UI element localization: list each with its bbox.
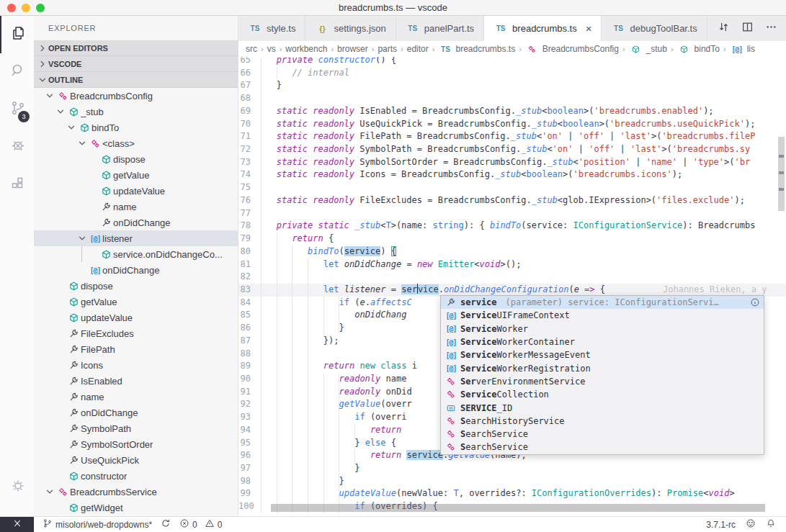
suggest-item-serviceworkerregistration[interactable]: [@]ServiceWorkerRegistration xyxy=(441,361,764,374)
suggest-item-searchservice[interactable]: SearchService xyxy=(441,428,764,441)
section-header-outline[interactable]: OUTLINE xyxy=(34,72,238,88)
outline-item-symbolsortorder[interactable]: SymbolSortOrder xyxy=(34,436,238,452)
problems-status[interactable]: 0 0 xyxy=(179,518,222,531)
breadcrumb-item-breadcrumbs-ts[interactable]: TSbreadcrumbs.ts xyxy=(438,44,515,54)
breadcrumb-item-lis[interactable]: [@]lis xyxy=(730,44,755,54)
close-icon[interactable]: × xyxy=(586,22,592,35)
suggest-item-searchhistoryservice[interactable]: SearchHistoryService xyxy=(441,415,764,428)
chevron-down-icon[interactable] xyxy=(76,233,88,243)
minimize-window-button[interactable] xyxy=(22,4,30,12)
activity-explorer[interactable] xyxy=(0,16,34,53)
notifications-button[interactable] xyxy=(766,518,776,531)
activity-extensions[interactable] xyxy=(0,166,34,203)
outline-item-isenabled[interactable]: IsEnabled xyxy=(34,373,238,389)
outline-item-constructor[interactable]: constructor xyxy=(34,468,238,484)
outline-item-breadcrumbsservice[interactable]: BreadcrumbsService xyxy=(34,484,238,500)
outline-item-fileexcludes[interactable]: FileExcludes xyxy=(34,325,238,341)
suggest-item-serverenvironmentservice[interactable]: ServerEnvironmentService xyxy=(441,375,764,388)
outline-item-getvalue[interactable]: getValue xyxy=(34,294,238,310)
code-line-75[interactable]: 75 xyxy=(238,181,786,194)
code-line-77[interactable]: 77 xyxy=(238,207,786,220)
split-editor-icon[interactable] xyxy=(741,21,754,36)
code-line-67[interactable]: 67} xyxy=(238,79,786,92)
breadcrumb-item-breadcrumbsconfig[interactable]: BreadcrumbsConfig xyxy=(525,44,619,54)
outline-item-dispose[interactable]: dispose xyxy=(34,278,238,294)
suggest-item-serviceworkermessageevent[interactable]: [@]ServiceWorkerMessageEvent xyxy=(441,348,764,361)
chevron-down-icon[interactable] xyxy=(76,138,88,148)
feedback-button[interactable] xyxy=(746,518,756,531)
activity-settings[interactable] xyxy=(0,469,34,506)
outline-item--stub[interactable]: _stub xyxy=(34,104,238,120)
outline-item-symbolpath[interactable]: SymbolPath xyxy=(34,420,238,436)
tab-debugToolBar-ts[interactable]: TSdebugToolBar.ts xyxy=(602,16,707,41)
activity-source-control[interactable]: 3 xyxy=(0,91,34,128)
activity-search[interactable] xyxy=(0,53,34,91)
open-changes-icon[interactable] xyxy=(718,21,730,36)
section-header-open-editors[interactable]: OPEN EDITORS xyxy=(34,40,238,56)
code-editor[interactable]: 65private constructor() {66// internal67… xyxy=(238,57,786,516)
outline-item-dispose[interactable]: dispose xyxy=(34,151,238,167)
code-line-98[interactable]: 98} xyxy=(238,475,786,488)
chevron-down-icon[interactable] xyxy=(66,122,77,132)
more-actions-icon[interactable] xyxy=(765,21,777,36)
code-line-99[interactable]: 99updateValue(newValue: T, overrides?: I… xyxy=(238,487,786,500)
outline-item-getvalue[interactable]: getValue xyxy=(34,167,238,183)
code-line-81[interactable]: 81let onDidChange = new Emitter<void>(); xyxy=(238,258,786,271)
tab-settings-json[interactable]: {}settings.json xyxy=(305,16,396,41)
suggest-item-service[interactable]: service(parameter) service: IConfigurati… xyxy=(441,296,764,309)
suggest-item-servicecollection[interactable]: ServiceCollection xyxy=(441,388,764,401)
info-icon[interactable] xyxy=(750,297,760,307)
chevron-down-icon[interactable] xyxy=(44,487,55,497)
section-header-vscode[interactable]: VSCODE xyxy=(34,56,238,72)
code-line-66[interactable]: 66// internal xyxy=(238,67,786,80)
tab-style-ts[interactable]: TSstyle.ts xyxy=(238,16,305,41)
code-line-71[interactable]: 71static readonly FilePath = Breadcrumbs… xyxy=(238,130,786,143)
outline-item-name[interactable]: name xyxy=(34,199,238,215)
suggest-item-service_id[interactable]: SERVICE_ID xyxy=(441,401,764,414)
outline-item-breadcrumbsconfig[interactable]: BreadcrumbsConfig xyxy=(34,88,238,104)
outline-item-updatevalue[interactable]: updateValue xyxy=(34,310,238,325)
outline-item-icons[interactable]: Icons xyxy=(34,357,238,373)
code-line-76[interactable]: 76static readonly FileExcludes = Breadcr… xyxy=(238,194,786,207)
outline-item-updatevalue[interactable]: updateValue xyxy=(34,183,238,199)
code-line-97[interactable]: 97} xyxy=(238,462,786,475)
activity-debug[interactable] xyxy=(0,128,34,166)
code-line-69[interactable]: 69static readonly IsEnabled = Breadcrumb… xyxy=(238,105,786,118)
outline-item-bindto[interactable]: bindTo xyxy=(34,120,238,135)
outline-item-name[interactable]: name xyxy=(34,389,238,405)
breadcrumb-item-browser[interactable]: browser xyxy=(337,44,368,54)
breadcrumb-item--stub[interactable]: _stub xyxy=(629,44,667,54)
code-line-65[interactable]: 65private constructor() { xyxy=(238,57,786,67)
outline-item-ondidchange[interactable]: onDidChange xyxy=(34,405,238,420)
code-line-68[interactable]: 68 xyxy=(238,92,786,105)
suggest-item-serviceworker[interactable]: [@]ServiceWorker xyxy=(441,323,764,335)
outline-item-listener[interactable]: [@]listener xyxy=(34,230,238,246)
suggest-item-serviceuiframecontext[interactable]: [@]ServiceUIFrameContext xyxy=(441,309,764,322)
outline-item-ondidchange[interactable]: onDidChange xyxy=(34,215,238,230)
code-line-78[interactable]: 78private static _stub<T>(name: string):… xyxy=(238,220,786,233)
remote-indicator[interactable] xyxy=(0,517,34,532)
code-line-82[interactable]: 82 xyxy=(238,271,786,284)
code-line-73[interactable]: 73static readonly SymbolSortOrder = Brea… xyxy=(238,156,786,169)
outline-item--class-[interactable]: <class> xyxy=(34,135,238,151)
outline-item-ondidchange[interactable]: [@]onDidChange xyxy=(34,262,238,278)
code-line-74[interactable]: 74static readonly Icons = BreadcrumbsCon… xyxy=(238,168,786,181)
code-line-79[interactable]: 79return { xyxy=(238,233,786,245)
code-line-80[interactable]: 80bindTo(service) { xyxy=(238,245,786,258)
horizontal-scrollbar[interactable] xyxy=(271,504,765,512)
tab-breadcrumbs-ts[interactable]: TSbreadcrumbs.ts× xyxy=(484,16,602,41)
breadcrumb-item-editor[interactable]: editor xyxy=(407,44,429,54)
sync-status[interactable] xyxy=(161,518,171,531)
code-line-72[interactable]: 72static readonly SymbolPath = Breadcrum… xyxy=(238,143,786,156)
tab-panelPart-ts[interactable]: TSpanelPart.ts xyxy=(396,16,484,41)
suggest-item-serviceworkercontainer[interactable]: [@]ServiceWorkerContainer xyxy=(441,335,764,348)
outline-item-service-ondidchangeco-[interactable]: service.onDidChangeCo... xyxy=(34,246,238,262)
close-window-button[interactable] xyxy=(7,4,16,12)
chevron-down-icon[interactable] xyxy=(55,107,66,117)
git-branch-status[interactable]: misolori/web-dropdowns* xyxy=(43,518,152,531)
breadcrumb-item-workbench[interactable]: workbench xyxy=(285,44,327,54)
breadcrumb-item-src[interactable]: src xyxy=(246,44,257,54)
chevron-down-icon[interactable] xyxy=(44,91,55,101)
outline-item-usequickpick[interactable]: UseQuickPick xyxy=(34,452,238,468)
breadcrumb-item-parts[interactable]: parts xyxy=(378,44,397,54)
